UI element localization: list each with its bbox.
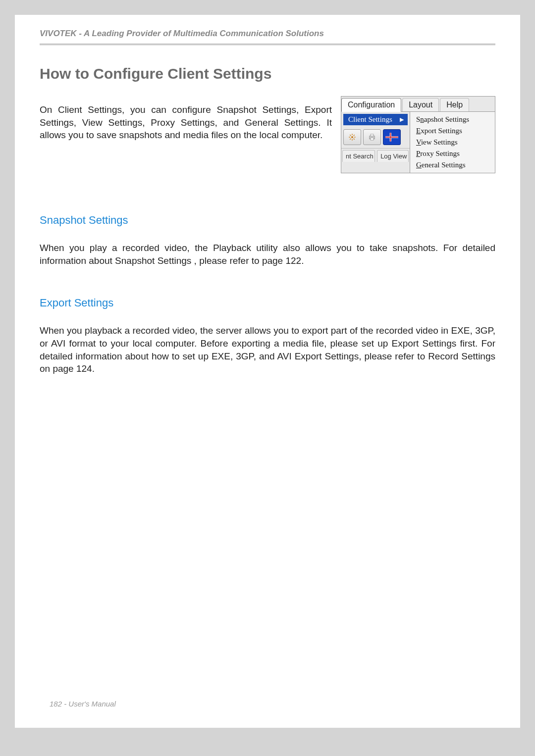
submenu-panel: Snapshot Settings Export Settings View S… <box>410 112 495 173</box>
page-header-brand: VIVOTEK - A Leading Provider of Multimed… <box>40 29 495 44</box>
svg-line-5 <box>350 135 351 136</box>
header-divider <box>40 44 495 46</box>
chevron-right-icon: ▶ <box>400 116 404 123</box>
top-tab-bar: Configuration Layout Help <box>341 97 495 112</box>
section-title-export: Export Settings <box>40 297 495 309</box>
lower-mini-tabs: nt Search Log View <box>341 148 410 162</box>
section-body-export: When you playback a recorded video, the … <box>40 324 495 375</box>
svg-rect-11 <box>371 138 374 141</box>
mini-tab-nt-search[interactable]: nt Search <box>342 150 375 162</box>
submenu-export-settings[interactable]: Export Settings <box>410 125 495 137</box>
submenu-view-settings[interactable]: View Settings <box>410 137 495 148</box>
menu-client-settings-label: Client Settings <box>348 115 392 124</box>
toolbar-icons <box>341 128 410 148</box>
mini-tab-log-view[interactable]: Log View <box>377 150 409 162</box>
page-title: How to Configure Client Settings <box>40 65 495 82</box>
tab-layout[interactable]: Layout <box>402 98 439 111</box>
svg-line-6 <box>354 139 355 140</box>
tab-help[interactable]: Help <box>440 98 469 111</box>
language-flag-icon[interactable] <box>383 129 401 145</box>
left-panel: Client Settings ▶ <box>341 112 410 173</box>
section-body-snapshot: When you play a recorded video, the Play… <box>40 242 495 267</box>
document-page: VIVOTEK - A Leading Provider of Multimed… <box>15 15 520 728</box>
svg-point-0 <box>351 136 353 138</box>
submenu-general-settings[interactable]: General Settings <box>410 159 495 171</box>
svg-rect-10 <box>371 134 374 136</box>
page-footer: 182 - User's Manual <box>50 700 116 708</box>
svg-line-7 <box>350 139 351 140</box>
svg-line-8 <box>354 135 355 136</box>
submenu-proxy-settings[interactable]: Proxy Settings <box>410 148 495 159</box>
printer-icon[interactable] <box>363 129 381 145</box>
svg-rect-16 <box>390 133 391 141</box>
tab-configuration[interactable]: Configuration <box>341 98 401 112</box>
submenu-snapshot-settings[interactable]: Snapshot Settings <box>410 114 495 125</box>
section-title-snapshot: Snapshot Settings <box>40 214 495 227</box>
gear-icon[interactable] <box>343 129 361 145</box>
client-settings-menu-screenshot: Configuration Layout Help Client Setting… <box>341 96 495 173</box>
menu-client-settings[interactable]: Client Settings ▶ <box>343 114 408 125</box>
intro-block: Configuration Layout Help Client Setting… <box>40 94 495 179</box>
svg-rect-15 <box>385 137 398 138</box>
